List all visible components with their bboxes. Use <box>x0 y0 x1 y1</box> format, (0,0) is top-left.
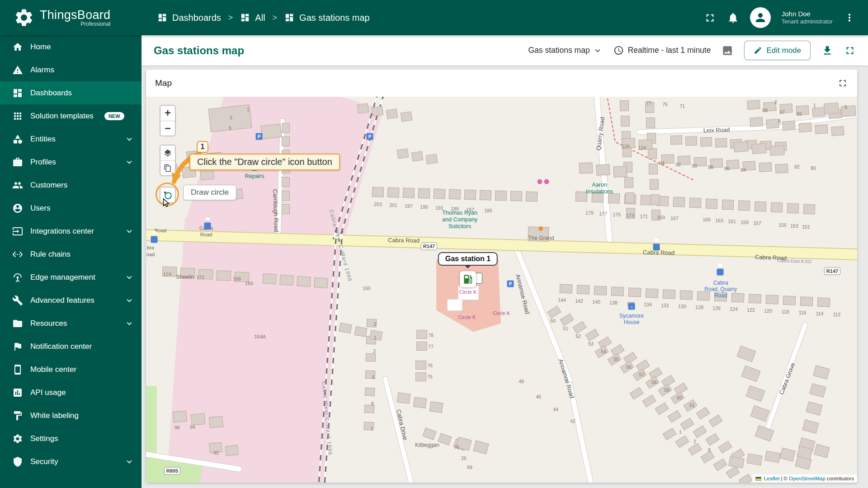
building <box>413 397 427 408</box>
sidebar-item-customers[interactable]: Customers <box>0 174 142 197</box>
sidebar-item-resources[interactable]: Resources <box>0 312 142 335</box>
sidebar-item-profiles[interactable]: Profiles <box>0 150 142 174</box>
house-number: 132 <box>661 303 669 308</box>
building <box>783 296 796 305</box>
sidebar-item-solution-templates[interactable]: Solution templatesNEW <box>0 104 142 127</box>
building <box>560 284 573 294</box>
house-number: 75 <box>427 374 433 380</box>
sidebar-item-entities[interactable]: Entities <box>0 127 142 150</box>
sidebar-item-integrations-center[interactable]: Integrations center <box>0 220 142 243</box>
house-number: 69 <box>467 465 472 470</box>
building <box>813 365 830 379</box>
house-number: 70 <box>454 445 459 450</box>
edit-mode-button[interactable]: Edit mode <box>744 41 811 60</box>
breadcrumb-item-all[interactable]: All <box>240 13 265 23</box>
sidebar-item-dashboards[interactable]: Dashboards <box>0 81 142 104</box>
house-number: 151 <box>802 224 810 230</box>
building <box>693 425 707 438</box>
building <box>766 119 779 129</box>
sidebar-item-notification-center[interactable]: Notification center <box>0 335 142 358</box>
sidebar-item-home[interactable]: Home <box>0 35 142 58</box>
house-number: 168 <box>233 276 241 282</box>
customers-icon <box>12 180 23 191</box>
map-poi-icon <box>544 179 549 184</box>
sidebar-item-rule-chains[interactable]: Rule chains <box>0 243 142 266</box>
building <box>800 297 813 306</box>
map-label: oad <box>146 252 155 258</box>
app-name: ThingsBoard <box>40 9 110 21</box>
sidebar-item-alarms[interactable]: Alarms <box>0 58 142 81</box>
notifications-bell-icon[interactable] <box>727 12 739 24</box>
kebab-menu-icon[interactable] <box>844 12 855 23</box>
user-info[interactable]: John Doe Tenant administrator <box>782 10 833 25</box>
building <box>366 353 376 361</box>
building <box>429 401 443 413</box>
alarm-icon <box>12 65 23 75</box>
leaflet-link[interactable]: Leaflet <box>764 476 780 481</box>
toolbar-fullscreen-icon[interactable] <box>844 45 856 56</box>
house-number: 82 <box>794 164 800 169</box>
building <box>397 392 411 404</box>
sidebar-item-api-usage[interactable]: API usage <box>0 381 142 404</box>
sidebar-item-white-labeling[interactable]: White labeling <box>0 404 142 427</box>
dashboard-select[interactable]: Gas stations map <box>528 46 602 56</box>
house-number: 171 <box>640 214 648 219</box>
building <box>803 204 816 215</box>
marker-tooltip[interactable]: Gas station 1 <box>438 252 498 266</box>
building <box>759 162 772 172</box>
sidebar-item-settings[interactable]: Settings <box>0 427 142 450</box>
app-logo[interactable]: ThingsBoard Professional <box>0 7 136 28</box>
house-number: 77 <box>646 100 651 106</box>
building <box>422 427 436 440</box>
widget-expand-icon[interactable] <box>837 78 848 89</box>
house-number: 130 <box>678 304 686 309</box>
avatar[interactable] <box>750 7 771 28</box>
building <box>403 188 415 198</box>
map-label: bra <box>147 245 154 251</box>
building <box>722 200 734 210</box>
download-icon[interactable] <box>821 45 833 56</box>
edit-mode-label: Edit mode <box>766 46 801 55</box>
building <box>480 190 492 201</box>
house-number: 57 <box>639 372 644 377</box>
house-number: 179 <box>585 210 594 216</box>
breadcrumb-item-dashboards[interactable]: Dashboards <box>157 13 221 23</box>
building <box>689 198 702 208</box>
new-badge: NEW <box>104 112 124 120</box>
house-number: 50 <box>550 318 556 324</box>
osm-link[interactable]: OpenStreetMap <box>789 476 826 481</box>
sidebar-item-edge-management[interactable]: Edge management <box>0 266 142 289</box>
sidebar-item-security[interactable]: Security <box>0 450 142 473</box>
breadcrumb-item-gas-stations-map[interactable]: Gas stations map <box>284 13 370 23</box>
building <box>802 419 819 433</box>
zoom-in-button[interactable]: + <box>160 106 175 121</box>
house-number: 80 <box>811 165 816 171</box>
sidebar-item-mobile-center[interactable]: Mobile center <box>0 358 142 381</box>
house-number: 167 <box>670 216 679 221</box>
sidebar-item-advanced-features[interactable]: Advanced features <box>0 289 142 312</box>
pencil-icon <box>754 46 762 55</box>
building <box>675 435 689 448</box>
building <box>771 202 783 213</box>
map-layers-button[interactable] <box>160 145 175 160</box>
sidebar-item-users[interactable]: Users <box>0 197 142 220</box>
building <box>547 305 561 318</box>
chevron-down-icon <box>124 319 134 328</box>
building <box>510 191 523 202</box>
building <box>646 289 659 298</box>
map-poi-icon <box>717 269 724 276</box>
map-poi-icon <box>204 223 211 230</box>
map-canvas[interactable]: Quarry RoadLeix RoadCarnlough RoadCabraR… <box>146 97 857 483</box>
zoom-out-button[interactable]: − <box>160 121 175 136</box>
gas-station-marker[interactable] <box>460 271 476 287</box>
timewindow-button[interactable]: Realtime - last 1 minute <box>613 45 711 56</box>
house-number: 42 <box>570 418 576 424</box>
fullscreen-icon[interactable] <box>704 12 716 24</box>
house-number: 88 <box>708 164 713 170</box>
building <box>282 136 290 146</box>
building <box>297 276 311 287</box>
house-number: 90 <box>692 163 697 169</box>
road <box>382 375 415 483</box>
map-shapes-button[interactable] <box>160 160 175 175</box>
image-gallery-icon[interactable] <box>722 45 733 56</box>
